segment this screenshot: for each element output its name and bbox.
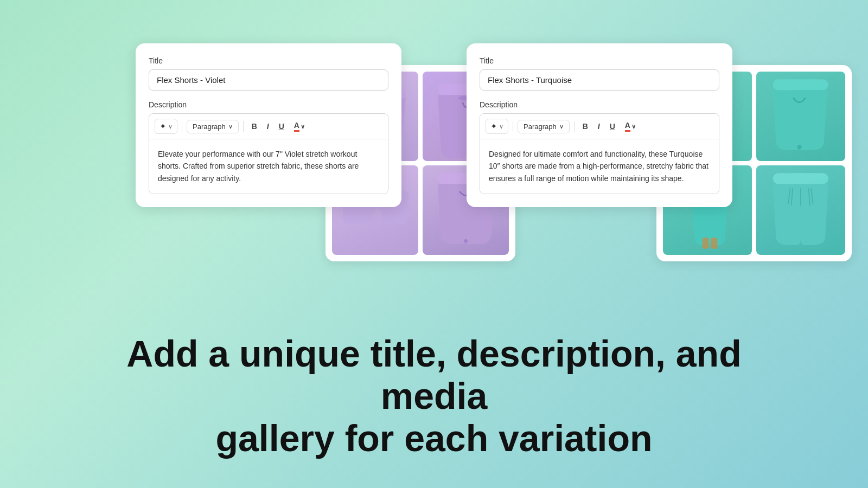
turquoise-ai-group: ✦ ∨ [486, 119, 508, 134]
turquoise-description-label: Description [480, 100, 719, 109]
violet-paragraph-chevron-icon: ∨ [228, 123, 233, 130]
turquoise-underline-button[interactable]: U [606, 119, 619, 133]
turquoise-rte-content[interactable]: Designed for ultimate comfort and functi… [480, 139, 719, 194]
main-container: Title Description ✦ ∨ [0, 0, 868, 488]
violet-italic-button[interactable]: I [263, 119, 273, 133]
violet-ai-group: ✦ ∨ [155, 119, 177, 134]
violet-bold-button[interactable]: B [248, 119, 261, 133]
ai-chevron-icon: ∨ [168, 123, 173, 130]
violet-font-color-chevron-icon: ∨ [301, 123, 305, 130]
svg-rect-15 [711, 238, 717, 249]
turquoise-rte-toolbar: ✦ ∨ Paragraph ∨ B I U [480, 114, 719, 139]
svg-rect-14 [703, 238, 709, 249]
svg-rect-16 [773, 173, 828, 184]
turquoise-font-color-chevron-icon: ∨ [631, 123, 636, 130]
turquoise-image-2 [756, 72, 845, 161]
violet-ai-button[interactable]: ✦ ∨ [155, 119, 177, 134]
violet-paragraph-label: Paragraph [193, 123, 226, 131]
violet-title-label: Title [149, 56, 388, 65]
turquoise-title-input[interactable] [480, 69, 719, 91]
ai-sparkle-icon: ✦ [490, 121, 497, 131]
violet-paragraph-dropdown[interactable]: Paragraph ∨ [187, 120, 239, 133]
violet-description-text: Elevate your performance with our 7" Vio… [158, 150, 359, 183]
violet-rte-container: ✦ ∨ Paragraph ∨ B I U [149, 113, 388, 194]
violet-rte-content[interactable]: Elevate your performance with our 7" Vio… [149, 139, 388, 194]
turquoise-paragraph-dropdown[interactable]: Paragraph ∨ [518, 120, 570, 133]
turquoise-separator-2 [574, 121, 575, 132]
cards-section: Title Description ✦ ∨ [0, 0, 868, 314]
turquoise-rte-container: ✦ ∨ Paragraph ∨ B I U [480, 113, 719, 194]
turquoise-ai-button[interactable]: ✦ ∨ [486, 119, 508, 134]
tagline-line2: gallery for each variation [216, 418, 653, 459]
turquoise-paragraph-label: Paragraph [524, 123, 557, 131]
turquoise-font-color-icon: A [625, 121, 630, 132]
turquoise-font-color-button[interactable]: A ∨ [621, 118, 640, 134]
bottom-section: Add a unique title, description, and med… [0, 314, 868, 488]
turquoise-bold-button[interactable]: B [579, 119, 592, 133]
turquoise-editor-card: Title Description ✦ ∨ [467, 43, 732, 207]
violet-editor-card: Title Description ✦ ∨ [136, 43, 401, 207]
turquoise-paragraph-chevron-icon: ∨ [559, 123, 564, 130]
turquoise-image-4 [756, 165, 845, 255]
turquoise-title-label: Title [480, 56, 719, 65]
tagline-line1: Add a unique title, description, and med… [126, 333, 741, 416]
turquoise-separator-1 [513, 121, 513, 132]
svg-point-5 [464, 239, 468, 243]
violet-font-color-button[interactable]: A ∨ [290, 118, 309, 134]
violet-description-label: Description [149, 100, 388, 109]
turquoise-description-text: Designed for ultimate comfort and functi… [489, 150, 709, 183]
svg-point-11 [797, 145, 802, 149]
ai-sparkle-icon: ✦ [159, 121, 167, 131]
turquoise-card-wrapper: Title Description ✦ ∨ [467, 43, 732, 207]
tagline: Add a unique title, description, and med… [81, 332, 787, 460]
violet-title-input[interactable] [149, 69, 388, 91]
violet-separator-1 [182, 121, 182, 132]
violet-underline-button[interactable]: U [275, 119, 288, 133]
violet-card-wrapper: Title Description ✦ ∨ [136, 43, 401, 207]
violet-separator-2 [243, 121, 244, 132]
turquoise-italic-button[interactable]: I [594, 119, 604, 133]
ai-chevron-icon: ∨ [499, 123, 503, 130]
violet-rte-toolbar: ✦ ∨ Paragraph ∨ B I U [149, 114, 388, 139]
svg-rect-10 [773, 79, 828, 90]
violet-font-color-icon: A [294, 121, 299, 132]
